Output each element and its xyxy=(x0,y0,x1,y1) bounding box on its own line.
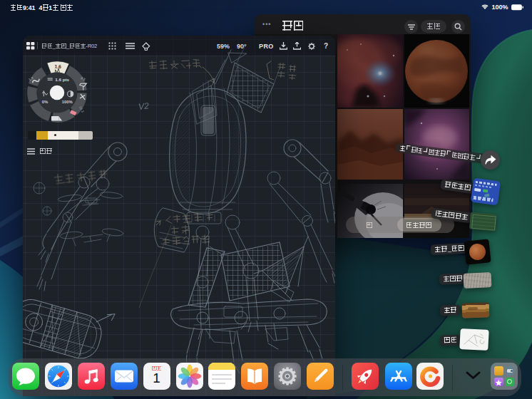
svg-text:100%: 100% xyxy=(62,100,73,104)
svg-text:V2: V2 xyxy=(138,100,149,111)
svg-text:0%: 0% xyxy=(42,100,48,104)
svg-text:1.6: 1.6 xyxy=(55,64,62,69)
svg-text:1.6 pts: 1.6 pts xyxy=(55,77,69,82)
